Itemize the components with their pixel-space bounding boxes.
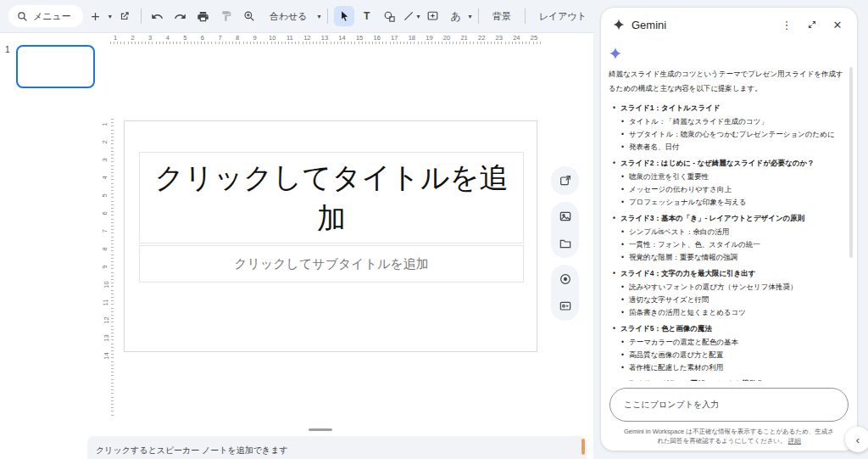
shape-tool-button[interactable]	[380, 6, 400, 26]
vertical-ruler: 1234567891011121314	[102, 44, 114, 451]
slide-canvas[interactable]: クリックしてタイトルを追加 クリックしてサブタイトルを追加	[124, 120, 537, 352]
ruler-number: 22	[478, 34, 485, 42]
speaker-notes[interactable]: クリックするとスピーカー ノートを追加できます	[87, 436, 587, 459]
ruler-number: 7	[101, 229, 108, 232]
side-panel-collapse-button[interactable]: ‹	[845, 427, 868, 452]
ruler-number: 3	[148, 34, 152, 42]
ruler-number: 15	[356, 34, 363, 42]
learn-more-link[interactable]: 詳細	[788, 437, 801, 445]
ruler-number: 1	[101, 122, 108, 126]
textbox-tool-button[interactable]: T	[357, 6, 377, 26]
ruler-number: 5	[183, 34, 186, 42]
open-in-new-icon	[119, 10, 131, 22]
subtitle-placeholder-text: クリックしてサブタイトルを追加	[234, 256, 429, 272]
ruler-number: 9	[101, 265, 108, 268]
outline-heading: スライド5：色と画像の魔法	[609, 322, 849, 335]
outline-subitem: メッセージの伝わりやすさ向上	[609, 183, 849, 196]
ruler-number: 12	[303, 34, 310, 42]
gemini-close-button[interactable]: ✕	[828, 15, 847, 34]
new-slide-button[interactable]	[86, 6, 106, 26]
notes-resize-handle[interactable]	[309, 428, 332, 431]
gemini-outline: スライド1：タイトルスライドタイトル：「綺麗なスライド生成のコツ」サブタイトル：…	[609, 102, 849, 383]
gemini-spark-icon	[613, 19, 625, 31]
outline-subitem: 適切な文字サイズと行間	[609, 294, 849, 306]
text-format-button[interactable]: あ	[446, 6, 466, 26]
zoom-button[interactable]	[239, 6, 259, 26]
gemini-prompt-placeholder: ここにプロンプトを入力	[624, 399, 719, 411]
redo-button[interactable]	[170, 6, 191, 26]
comment-add-icon	[426, 10, 439, 23]
ruler-number: 20	[443, 34, 450, 42]
open-window-button[interactable]	[114, 6, 135, 26]
ruler-number: 11	[287, 34, 293, 42]
search-menu-button[interactable]: メニュー	[8, 5, 83, 27]
ruler-number: 7	[218, 34, 221, 42]
outline-heading: スライド4：文字の力を最大限に引き出す	[609, 267, 849, 280]
google-slides-app: メニュー ▾ 合わせる ▾ T	[0, 0, 868, 459]
outline-heading: スライド2：はじめに - なぜ綺麗なスライドが必要なのか？	[609, 157, 849, 170]
shape-icon	[383, 10, 396, 23]
ruler-number: 8	[101, 247, 108, 250]
outline-subitem: 読みやすいフォントの選び方（サンセリフ体推奨）	[609, 281, 849, 294]
notes-scrollbar[interactable]	[581, 439, 585, 455]
gemini-intro-text: 綺麗なスライド生成のコツというテーマでプレゼン用スライドを作成するための構成と主…	[609, 67, 849, 95]
line-tool-dropdown[interactable]: ▾	[417, 13, 420, 20]
fit-zoom-button[interactable]: 合わせる	[262, 6, 315, 26]
paint-format-button[interactable]	[216, 6, 236, 26]
speaker-notes-placeholder: クリックするとスピーカー ノートを追加できます	[96, 445, 288, 455]
select-tool-button[interactable]	[334, 6, 354, 26]
gemini-scrollbar[interactable]	[849, 67, 853, 258]
outline-subitem: サブタイトル：聴衆の心をつかむプレゼンテーションのために	[609, 128, 849, 141]
slide-thumbnail-1[interactable]	[16, 45, 95, 88]
ruler-number: 13	[103, 334, 110, 341]
toolbar-separator	[525, 8, 526, 24]
horizontal-ruler-ticks	[110, 42, 541, 44]
ruler-number: 10	[269, 34, 275, 42]
line-tool-button[interactable]	[403, 6, 415, 26]
ruler-number: 1	[114, 34, 117, 42]
plus-icon	[89, 10, 102, 23]
insert-comment-button[interactable]	[423, 6, 443, 26]
new-slide-dropdown[interactable]: ▾	[108, 13, 112, 20]
drive-folder-button[interactable]	[555, 233, 576, 254]
rail-group-1	[551, 166, 579, 195]
print-button[interactable]	[193, 6, 214, 26]
cursor-icon	[338, 10, 350, 22]
presenter-video-button[interactable]	[555, 296, 576, 316]
gemini-input-area: ここにプロンプトを入力 Gemini in Workspace は不正確な情報を…	[601, 381, 857, 451]
vertical-ruler-ticks	[111, 119, 114, 417]
outline-subitem: 箇条書きの活用と短くまとめるコツ	[609, 306, 849, 319]
gemini-more-button[interactable]: ⋮	[777, 15, 796, 34]
search-icon	[17, 11, 28, 22]
ruler-number: 25	[531, 34, 537, 42]
text-format-icon: あ	[450, 9, 460, 24]
ruler-number: 4	[166, 34, 170, 42]
textbox-icon: T	[364, 10, 370, 22]
ruler-number: 24	[513, 34, 520, 42]
ruler-number: 2	[131, 34, 134, 42]
record-button[interactable]	[555, 269, 576, 289]
editor-workspace: 1 12345678910111213141516171819202122232…	[0, 32, 593, 459]
title-placeholder-text: クリックしてタイトルを追加	[144, 157, 519, 238]
text-format-dropdown[interactable]: ▾	[469, 13, 472, 20]
background-button[interactable]: 背景	[485, 6, 519, 26]
ruler-number: 2	[101, 140, 108, 143]
fit-zoom-dropdown[interactable]: ▾	[318, 13, 321, 20]
outline-heading: スライド3：基本の「き」- レイアウトとデザインの原則	[609, 212, 849, 225]
outline-subitem: 発表者名、日付	[609, 141, 849, 154]
insert-image-button[interactable]	[555, 206, 576, 227]
side-panel-region: Gemini ⋮ ✕ 綺麗なスライド生成のコツというテーマでプレゼン用スライドを…	[593, 0, 868, 459]
slide-number: 1	[5, 45, 10, 54]
gemini-disclaimer-text: Gemini in Workspace は不正確な情報を表示することがあるため、…	[624, 428, 834, 445]
gemini-header: Gemini ⋮ ✕	[601, 8, 857, 42]
title-placeholder[interactable]: クリックしてタイトルを追加	[139, 152, 524, 243]
subtitle-placeholder[interactable]: クリックしてサブタイトルを追加	[139, 245, 524, 283]
undo-button[interactable]	[147, 6, 168, 26]
gemini-expand-button[interactable]	[803, 15, 821, 34]
templates-button[interactable]	[555, 171, 576, 191]
gemini-panel-title: Gemini	[632, 19, 771, 31]
gemini-prompt-input[interactable]: ここにプロンプトを入力	[609, 388, 849, 422]
slide-export-icon	[559, 174, 572, 188]
gemini-disclaimer: Gemini in Workspace は不正確な情報を表示することがあるため、…	[609, 427, 849, 445]
layout-button[interactable]: レイアウト	[531, 6, 594, 26]
